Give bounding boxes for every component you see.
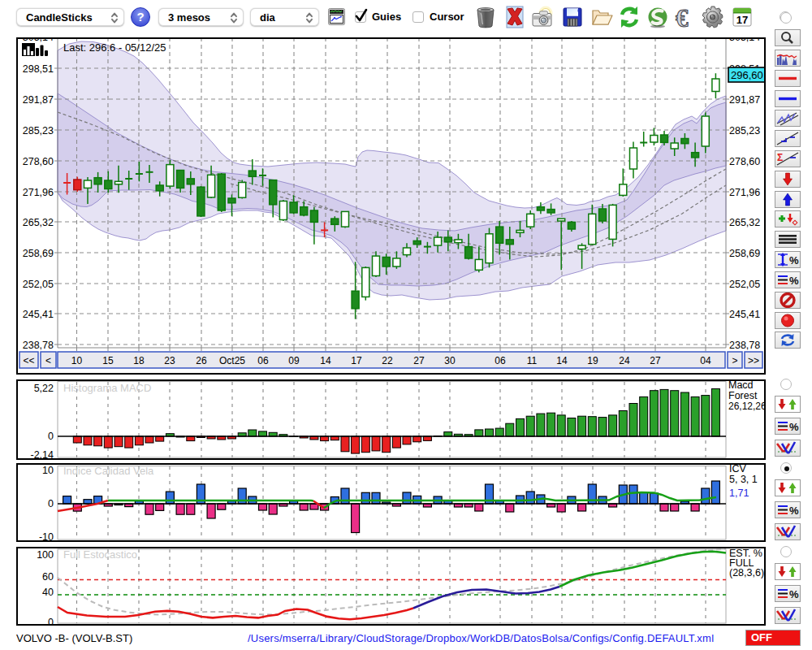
svg-text:Last: 296.6 - 05/12/25: Last: 296.6 - 05/12/25 (63, 41, 166, 54)
svg-text:11: 11 (527, 355, 538, 366)
svg-text:245,41: 245,41 (23, 309, 54, 320)
svg-text:271,96: 271,96 (23, 187, 54, 198)
svg-text:14: 14 (320, 355, 331, 366)
svg-text:10: 10 (42, 465, 54, 476)
svg-text:Oct25: Oct25 (219, 355, 245, 366)
svg-text:296,60: 296,60 (731, 69, 763, 81)
svg-text:19: 19 (587, 355, 598, 366)
svg-text:06: 06 (257, 355, 269, 366)
svg-text:Macd: Macd (728, 379, 754, 391)
svg-text:278,60: 278,60 (23, 156, 54, 167)
svg-text:<<: << (23, 355, 34, 366)
svg-text:5,22: 5,22 (34, 383, 54, 394)
svg-text:27: 27 (413, 355, 425, 366)
svg-text:€: € (676, 6, 689, 28)
svg-text:298,51: 298,51 (23, 63, 54, 75)
svg-text:23: 23 (164, 355, 175, 366)
svg-text:27: 27 (650, 355, 661, 366)
svg-text:26: 26 (196, 355, 207, 366)
svg-text:5, 3, 1: 5, 3, 1 (729, 474, 758, 485)
svg-text:%: % (789, 275, 799, 287)
svg-text:291,87: 291,87 (729, 94, 760, 106)
svg-text:258,69: 258,69 (729, 248, 760, 259)
svg-text:100: 100 (37, 549, 54, 561)
svg-text:258,69: 258,69 (23, 248, 54, 259)
svg-text:<: < (45, 355, 51, 366)
svg-text:271,96: 271,96 (729, 187, 760, 198)
svg-text:265,32: 265,32 (23, 217, 54, 228)
svg-text:252,05: 252,05 (729, 279, 760, 290)
svg-text:%: % (789, 505, 799, 517)
svg-text:Histograma MACD: Histograma MACD (63, 382, 151, 394)
svg-text:22: 22 (382, 355, 393, 366)
svg-text:278,60: 278,60 (729, 156, 760, 167)
svg-text:24: 24 (619, 355, 630, 366)
svg-text:%: % (789, 588, 799, 600)
svg-text:30: 30 (444, 355, 456, 366)
svg-text:245,41: 245,41 (729, 309, 760, 320)
svg-text:0: 0 (48, 431, 54, 442)
svg-text:Full Estocastico: Full Estocastico (63, 548, 137, 561)
svg-text:285,23: 285,23 (23, 125, 54, 136)
svg-text:17: 17 (351, 355, 362, 366)
svg-text:(28,3,6): (28,3,6) (729, 567, 764, 578)
svg-text:1,71: 1,71 (729, 488, 749, 499)
svg-text:14: 14 (556, 355, 568, 366)
svg-text:>: > (732, 355, 737, 366)
svg-text:%: % (789, 254, 799, 266)
svg-text:15: 15 (102, 355, 114, 366)
svg-text:Indice Calidad Vela: Indice Calidad Vela (63, 465, 154, 477)
svg-text:291,87: 291,87 (23, 94, 54, 106)
svg-text:252,05: 252,05 (23, 279, 54, 290)
svg-text:09: 09 (288, 355, 300, 366)
svg-text:ICV: ICV (729, 463, 747, 474)
svg-text:04: 04 (700, 355, 711, 366)
svg-text:10: 10 (71, 355, 83, 366)
svg-text:265,32: 265,32 (729, 217, 760, 228)
svg-text:Forest: Forest (728, 390, 758, 401)
svg-text:%: % (789, 421, 799, 433)
svg-text:>>: >> (748, 355, 759, 366)
svg-text:17: 17 (736, 14, 748, 26)
svg-text:18: 18 (133, 355, 145, 366)
svg-text:238,78: 238,78 (729, 340, 760, 351)
svg-text:Σ: Σ (777, 152, 783, 163)
svg-text:285,23: 285,23 (729, 125, 760, 136)
svg-text:0: 0 (48, 498, 54, 509)
svg-text:238,78: 238,78 (23, 340, 54, 351)
svg-text:40: 40 (42, 587, 54, 598)
svg-text:60: 60 (42, 571, 54, 583)
svg-text:06: 06 (495, 355, 506, 366)
svg-text:26,12,26: 26,12,26 (728, 401, 766, 412)
